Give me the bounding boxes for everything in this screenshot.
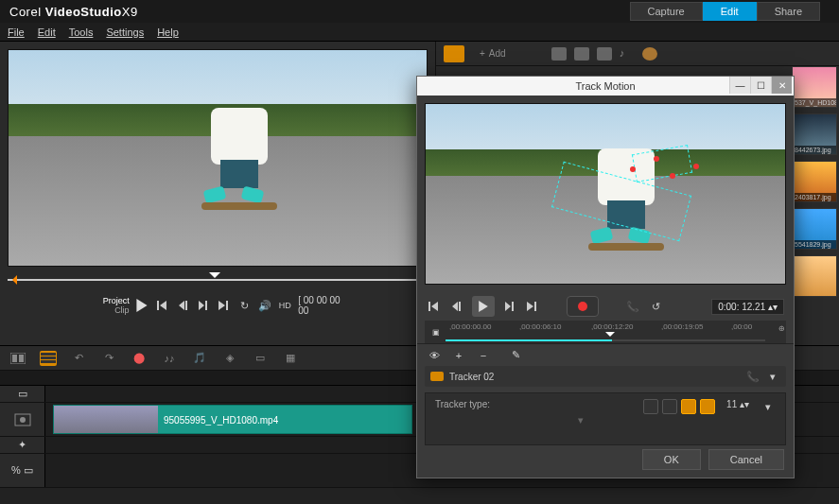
undo-button[interactable]: ↶: [70, 351, 87, 366]
dialog-ruler[interactable]: ▣ ,00:00:00.00 ,00:00:06:10 ,00:00:12:20…: [425, 321, 786, 343]
collapse-chevron-icon[interactable]: ▾: [578, 414, 584, 426]
maximize-button[interactable]: ☐: [750, 77, 771, 94]
track-point[interactable]: [693, 164, 699, 169]
menu-tools[interactable]: Tools: [69, 26, 94, 38]
tracker-type-point[interactable]: [643, 399, 658, 414]
ok-button[interactable]: OK: [642, 449, 701, 470]
library-toolbar: + Add ♪: [436, 42, 839, 66]
menu-edit[interactable]: Edit: [38, 26, 56, 38]
close-button[interactable]: ✕: [771, 77, 792, 94]
dlg-goto-start-button[interactable]: [427, 299, 442, 314]
volume-button[interactable]: 🔊: [257, 298, 272, 313]
tracker-type-area[interactable]: [662, 399, 677, 414]
tracker-type-label: Tracker type:: [435, 399, 490, 409]
tracker-row[interactable]: Tracker 02 📞 ▾: [425, 366, 786, 387]
ruler-tick: ,00:00:06:10: [519, 322, 561, 331]
repeat-button[interactable]: ↻: [236, 298, 252, 313]
video-clip[interactable]: 95055995_V_HD1080.mp4: [53, 405, 412, 434]
next-frame-button[interactable]: [196, 298, 211, 313]
subtitle-button[interactable]: ▭: [252, 351, 269, 366]
tracker-type-multi-area[interactable]: [700, 399, 715, 414]
svg-rect-1: [12, 355, 17, 362]
dlg-goto-end-button[interactable]: [525, 299, 540, 314]
redo-button[interactable]: ↷: [100, 351, 117, 366]
tracker-size[interactable]: 11 ▴▾: [726, 399, 749, 409]
sound-mixer-button[interactable]: ♪♪: [161, 351, 178, 366]
track-motion-dialog: Track Motion — ☐ ✕ 📞 ↺ 0:00: 12.21 ▴▾ ▣ …: [416, 76, 795, 478]
track-motion-button[interactable]: ◈: [221, 351, 238, 366]
goto-start-button[interactable]: [155, 298, 170, 313]
menu-settings[interactable]: Settings: [106, 26, 144, 38]
video-track-head[interactable]: [0, 403, 45, 436]
phone-icon[interactable]: 📞: [625, 299, 640, 314]
dlg-prev-frame-button[interactable]: [449, 299, 464, 314]
overlay-track-head[interactable]: % ▭: [0, 454, 45, 487]
tracker-dropdown[interactable]: ▾: [760, 399, 776, 414]
dlg-next-frame-button[interactable]: [502, 299, 517, 314]
tracker-visibility-icon[interactable]: [430, 372, 444, 381]
thumb-label: 537_V_HD1080...: [793, 98, 836, 107]
clip-name: 95055995_V_HD1080.mp4: [164, 415, 278, 426]
thumb-item[interactable]: 8442673.jpg: [792, 113, 837, 155]
track-head[interactable]: ✦: [0, 437, 45, 453]
thumb-item[interactable]: 5541829.jpg: [792, 208, 837, 250]
photo-filter-icon[interactable]: [597, 47, 612, 61]
thumb-item[interactable]: [792, 255, 837, 297]
play-button[interactable]: [135, 298, 150, 313]
playhead-icon[interactable]: [209, 272, 220, 284]
storyboard-view-button[interactable]: [9, 351, 26, 366]
timeline-view-button[interactable]: [40, 351, 57, 366]
goto-end-button[interactable]: [217, 298, 232, 313]
show-tracker-button[interactable]: 👁: [427, 348, 442, 363]
add-tracker-button[interactable]: +: [451, 348, 466, 363]
track-point[interactable]: [670, 173, 675, 179]
media-tab[interactable]: [444, 45, 464, 62]
audio-filter-icon[interactable]: ♪: [620, 47, 635, 61]
prev-frame-button[interactable]: [176, 298, 191, 313]
thumb-label: 8442673.jpg: [793, 146, 836, 154]
thumb-item[interactable]: 537_V_HD1080...: [792, 66, 837, 108]
preview-monitor[interactable]: [8, 49, 428, 267]
dialog-timecode[interactable]: 0:00: 12.21 ▴▾: [711, 299, 784, 315]
preview-scrubber[interactable]: [8, 272, 428, 287]
tracker-preview[interactable]: [425, 103, 786, 285]
thumb-item[interactable]: 2403817.jpg: [792, 161, 837, 202]
plus-icon: +: [480, 48, 485, 59]
preview-timecode[interactable]: [ 00 00 00 00: [298, 295, 352, 316]
track-point[interactable]: [630, 166, 636, 172]
hd-toggle[interactable]: HD: [278, 298, 293, 313]
add-media-button[interactable]: + Add: [480, 48, 506, 59]
auto-music-button[interactable]: 🎵: [191, 351, 208, 366]
tracker-type-multipoint[interactable]: [681, 399, 696, 414]
app-logo: Corel VideoStudioX9: [9, 5, 138, 19]
menu-file[interactable]: File: [8, 26, 25, 38]
free-filter-icon[interactable]: [642, 47, 657, 61]
snapshot-button[interactable]: ▣: [428, 324, 444, 339]
mark-in-icon[interactable]: [8, 275, 17, 285]
tab-edit[interactable]: Edit: [703, 2, 757, 21]
zoom-in-button[interactable]: ⊕: [778, 324, 785, 333]
project-clip-toggle[interactable]: Project Clip: [83, 296, 130, 315]
tab-capture[interactable]: Capture: [630, 2, 703, 21]
svg-point-7: [20, 417, 26, 423]
svg-rect-2: [19, 355, 24, 362]
cancel-button[interactable]: Cancel: [708, 449, 784, 470]
menu-help[interactable]: Help: [157, 26, 179, 38]
dialog-titlebar[interactable]: Track Motion — ☐ ✕: [417, 77, 794, 96]
rename-tracker-button[interactable]: ✎: [508, 348, 523, 363]
track-record-button[interactable]: [567, 296, 599, 317]
record-dot-icon: [578, 302, 587, 311]
video-filter-icon[interactable]: [574, 47, 589, 61]
dlg-play-button[interactable]: [472, 296, 495, 317]
remove-tracker-button[interactable]: −: [476, 348, 491, 363]
multicam-button[interactable]: ▦: [282, 351, 299, 366]
brand: Corel: [9, 5, 42, 19]
tracker-chevron-down-icon[interactable]: ▾: [765, 369, 780, 384]
record-button[interactable]: ⬤: [131, 351, 148, 366]
folder-icon[interactable]: [551, 47, 567, 61]
tab-share[interactable]: Share: [757, 2, 820, 21]
minimize-button[interactable]: —: [729, 77, 750, 94]
reset-button[interactable]: ↺: [648, 299, 663, 314]
motion-path[interactable]: [516, 149, 713, 221]
track-head[interactable]: ▭: [0, 386, 45, 402]
